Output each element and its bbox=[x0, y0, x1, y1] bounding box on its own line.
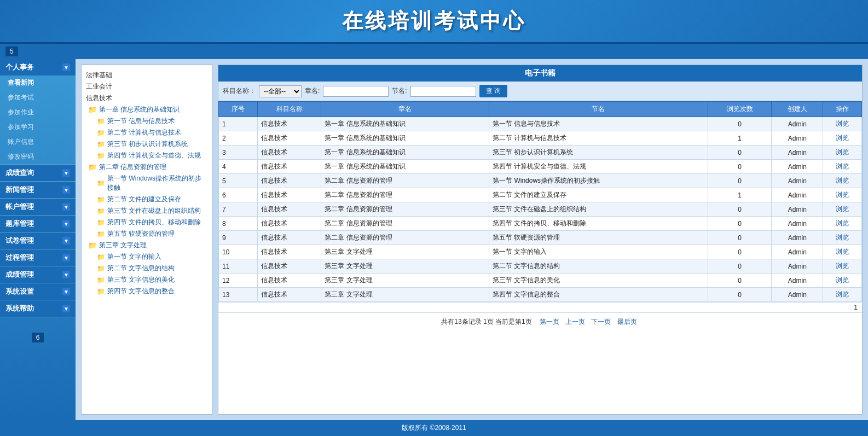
cell-action[interactable]: 浏览 bbox=[823, 259, 862, 274]
question-bank-section-header[interactable]: 题库管理 ▼ bbox=[0, 216, 76, 232]
cell-subject: 信息技术 bbox=[257, 174, 321, 188]
process-mgmt-chevron[interactable]: ▼ bbox=[62, 254, 70, 261]
folder-icon-2-1: 📁 bbox=[97, 179, 105, 187]
section-input[interactable] bbox=[410, 86, 476, 97]
sidebar-item-news[interactable]: 查看新闻 bbox=[0, 75, 76, 90]
tree-section-3-4[interactable]: 📁 第四节 文字信息的整合 bbox=[86, 286, 207, 297]
personal-section-header[interactable]: 个人事务 ▼ bbox=[0, 59, 76, 75]
cell-action[interactable]: 浏览 bbox=[823, 188, 862, 202]
tree-section-1-2[interactable]: 📁 第二节 计算机与信息技术 bbox=[86, 127, 207, 138]
sys-settings-label: 系统设置 bbox=[5, 287, 34, 297]
account-mgmt-chevron[interactable]: ▼ bbox=[62, 203, 70, 211]
cell-subject: 信息技术 bbox=[257, 274, 321, 288]
browse-link[interactable]: 浏览 bbox=[836, 162, 849, 170]
tree-section-1-3[interactable]: 📁 第三节 初步认识计算机系统 bbox=[86, 138, 207, 150]
browse-link[interactable]: 浏览 bbox=[836, 234, 849, 241]
page-number: 1 bbox=[854, 304, 858, 311]
last-page-link[interactable]: 最后页 bbox=[617, 318, 637, 325]
content-area: 法律基础 工业会计 信息技术 📁 第一章 信息系统的基础知识 📁 第一节 信息与… bbox=[76, 59, 868, 420]
paper-mgmt-chevron[interactable]: ▼ bbox=[62, 237, 70, 245]
tree-section-2-5[interactable]: 📁 第五节 软硬资源的管理 bbox=[86, 228, 207, 240]
process-mgmt-section-header[interactable]: 过程管理 ▼ bbox=[0, 249, 76, 266]
cell-action[interactable]: 浏览 bbox=[823, 117, 862, 131]
account-mgmt-label: 帐户管理 bbox=[5, 202, 34, 212]
cell-action[interactable]: 浏览 bbox=[823, 245, 862, 259]
cell-action[interactable]: 浏览 bbox=[823, 146, 862, 160]
tree-section-1-4[interactable]: 📁 第四节 计算机安全与道德、法规 bbox=[86, 150, 207, 161]
score-section-chevron[interactable]: ▼ bbox=[62, 169, 70, 177]
tree-section-2-2[interactable]: 📁 第二节 文件的建立及保存 bbox=[86, 194, 207, 205]
browse-link[interactable]: 浏览 bbox=[836, 120, 849, 127]
cell-action[interactable]: 浏览 bbox=[823, 131, 862, 146]
cell-creator: Admin bbox=[772, 274, 823, 288]
search-button[interactable]: 查 询 bbox=[479, 85, 507, 97]
cell-action[interactable]: 浏览 bbox=[823, 217, 862, 231]
next-page-link[interactable]: 下一页 bbox=[591, 318, 611, 325]
tree-section-3-3[interactable]: 📁 第三节 文字信息的美化 bbox=[86, 274, 207, 286]
sys-help-section-header[interactable]: 系统帮助 ▼ bbox=[0, 300, 76, 317]
browse-link[interactable]: 浏览 bbox=[836, 148, 849, 156]
browse-link[interactable]: 浏览 bbox=[836, 191, 849, 199]
cell-subject: 信息技术 bbox=[257, 259, 321, 274]
sys-help-chevron[interactable]: ▼ bbox=[62, 305, 70, 312]
browse-link[interactable]: 浏览 bbox=[836, 262, 849, 270]
cell-action[interactable]: 浏览 bbox=[823, 274, 862, 288]
browse-link[interactable]: 浏览 bbox=[836, 205, 849, 213]
col-header-creator: 创建人 bbox=[772, 102, 823, 117]
cell-views: 0 bbox=[708, 288, 772, 302]
account-mgmt-section: 帐户管理 ▼ bbox=[0, 199, 76, 216]
tree-category-it[interactable]: 信息技术 bbox=[86, 92, 207, 104]
browse-link[interactable]: 浏览 bbox=[836, 134, 849, 142]
tree-section-3-1[interactable]: 📁 第一节 文字的输入 bbox=[86, 251, 207, 263]
news-mgmt-chevron[interactable]: ▼ bbox=[62, 186, 70, 194]
account-mgmt-section-header[interactable]: 帐户管理 ▼ bbox=[0, 199, 76, 215]
grade-mgmt-chevron[interactable]: ▼ bbox=[62, 271, 70, 278]
personal-section-chevron[interactable]: ▼ bbox=[62, 63, 70, 71]
grade-mgmt-section-header[interactable]: 成绩管理 ▼ bbox=[0, 266, 76, 283]
tree-chapter-2[interactable]: 📁 第二章 信息资源的管理 bbox=[86, 161, 207, 173]
question-bank-label: 题库管理 bbox=[5, 219, 34, 229]
tree-chapter-1[interactable]: 📁 第一章 信息系统的基础知识 bbox=[86, 104, 207, 115]
browse-link[interactable]: 浏览 bbox=[836, 219, 849, 227]
tree-category-accounting[interactable]: 工业会计 bbox=[86, 81, 207, 92]
tree-section-2-3[interactable]: 📁 第三节 文件在磁盘上的组织结构 bbox=[86, 205, 207, 217]
question-bank-chevron[interactable]: ▼ bbox=[62, 220, 70, 228]
book-panel-title: 电子书籍 bbox=[218, 65, 862, 82]
sidebar-item-exam[interactable]: 参加考试 bbox=[0, 90, 76, 105]
browse-link[interactable]: 浏览 bbox=[836, 276, 849, 284]
col-header-action: 操作 bbox=[823, 102, 862, 117]
cell-action[interactable]: 浏览 bbox=[823, 174, 862, 188]
tree-section-2-4[interactable]: 📁 第四节 文件的拷贝、移动和删除 bbox=[86, 217, 207, 228]
cell-action[interactable]: 浏览 bbox=[823, 288, 862, 302]
cell-action[interactable]: 浏览 bbox=[823, 160, 862, 174]
first-page-link[interactable]: 第一页 bbox=[540, 318, 559, 325]
cell-chapter: 第一章 信息系统的基础知识 bbox=[321, 160, 489, 174]
prev-page-link[interactable]: 上一页 bbox=[565, 318, 585, 325]
tree-section-2-1[interactable]: 📁 第一节 Windows操作系统的初步接触 bbox=[86, 173, 207, 194]
news-mgmt-section-header[interactable]: 新闻管理 ▼ bbox=[0, 182, 76, 198]
tree-section-1-1[interactable]: 📁 第一节 信息与信息技术 bbox=[86, 115, 207, 127]
tree-chapter-3[interactable]: 📁 第三章 文字处理 bbox=[86, 240, 207, 251]
sidebar-item-homework[interactable]: 参加作业 bbox=[0, 105, 76, 120]
score-section-header[interactable]: 成绩查询 ▼ bbox=[0, 165, 76, 181]
tree-section-1-1-label: 第一节 信息与信息技术 bbox=[107, 117, 175, 126]
tree-section-3-2[interactable]: 📁 第二节 文字信息的结构 bbox=[86, 263, 207, 274]
sidebar-item-password[interactable]: 修改密码 bbox=[0, 149, 76, 164]
cell-subject: 信息技术 bbox=[257, 146, 321, 160]
sys-settings-chevron[interactable]: ▼ bbox=[62, 288, 70, 295]
subject-select[interactable]: --全部-- 法律基础 工业会计 信息技术 bbox=[259, 85, 302, 97]
browse-link[interactable]: 浏览 bbox=[836, 177, 849, 184]
cell-action[interactable]: 浏览 bbox=[823, 231, 862, 245]
browse-link[interactable]: 浏览 bbox=[836, 290, 849, 298]
cell-chapter: 第三章 文字处理 bbox=[321, 274, 489, 288]
sidebar-item-account[interactable]: 账户信息 bbox=[0, 135, 76, 149]
cell-subject: 信息技术 bbox=[257, 117, 321, 131]
chapter-input[interactable] bbox=[323, 86, 389, 97]
cell-action[interactable]: 浏览 bbox=[823, 202, 862, 217]
sidebar-item-study[interactable]: 参加学习 bbox=[0, 120, 76, 135]
browse-link[interactable]: 浏览 bbox=[836, 248, 849, 255]
tree-category-law[interactable]: 法律基础 bbox=[86, 69, 207, 81]
cell-chapter: 第三章 文字处理 bbox=[321, 245, 489, 259]
paper-mgmt-section-header[interactable]: 试卷管理 ▼ bbox=[0, 232, 76, 249]
sys-settings-section-header[interactable]: 系统设置 ▼ bbox=[0, 283, 76, 300]
